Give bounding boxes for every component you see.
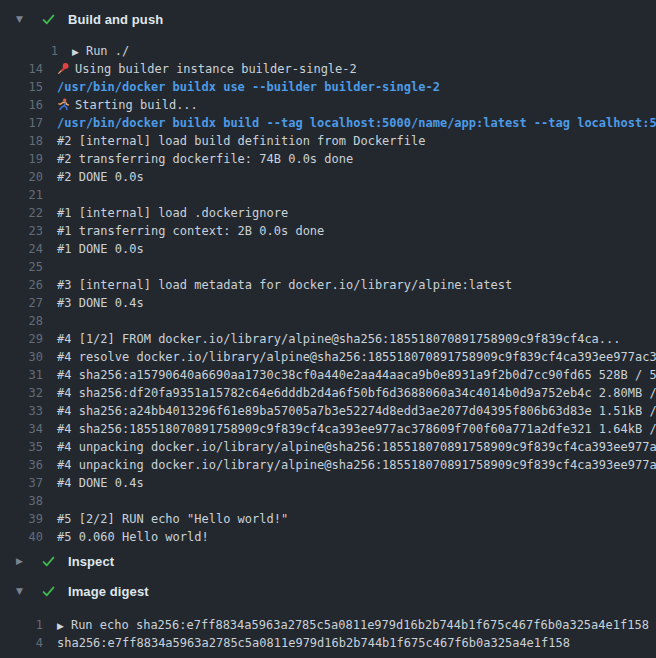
line-number[interactable]: 23 (0, 222, 57, 240)
chevron-right-icon[interactable]: ▶ (16, 556, 30, 566)
log-line: 23#1 transferring context: 2B 0.0s done (0, 222, 656, 240)
log-text: Run ./ (86, 44, 129, 58)
section-header-inspect[interactable]: ▶Inspect (0, 546, 656, 576)
line-number[interactable]: 33 (0, 402, 57, 420)
log-text: Run echo sha256:e7ff8834a5963a2785c5a081… (71, 618, 649, 632)
runner-icon (57, 98, 70, 111)
line-number[interactable]: 36 (0, 456, 57, 474)
log-line: 1▶Run ./ (0, 42, 656, 60)
log-text: #3 DONE 0.4s (57, 296, 144, 310)
log-text: /usr/bin/docker buildx build --tag local… (57, 116, 656, 130)
check-icon (41, 12, 56, 27)
log-line: 21 (0, 186, 656, 204)
log-text: #4 sha256:a24bb4013296f61e89ba57005a7b3e… (57, 404, 656, 418)
line-number[interactable]: 1 (15, 42, 72, 60)
log-line: 27#3 DONE 0.4s (0, 294, 656, 312)
log-text: #4 unpacking docker.io/library/alpine@sh… (57, 458, 656, 472)
log-line: 40#5 0.060 Hello world! (0, 528, 656, 546)
log-line: 33#4 sha256:a24bb4013296f61e89ba57005a7b… (0, 402, 656, 420)
log-text: #5 [2/2] RUN echo "Hello world!" (57, 512, 288, 526)
section-body-build-and-push: 1▶Run ./14Using builder instance builder… (0, 34, 656, 546)
chevron-down-icon[interactable]: ▼ (16, 14, 30, 24)
log-text: Starting build... (75, 98, 198, 112)
section-title: Image digest (68, 584, 149, 599)
log-text: #1 DONE 0.0s (57, 242, 144, 256)
log-line: 22#1 [internal] load .dockerignore (0, 204, 656, 222)
log-text: /usr/bin/docker buildx use --builder bui… (57, 80, 440, 94)
log-line: 20#2 DONE 0.0s (0, 168, 656, 186)
log-line: 35#4 unpacking docker.io/library/alpine@… (0, 438, 656, 456)
line-number[interactable]: 18 (0, 132, 57, 150)
line-number[interactable]: 20 (0, 168, 57, 186)
line-number[interactable]: 25 (0, 258, 57, 276)
play-toggle-icon[interactable]: ▶ (57, 617, 64, 634)
line-number[interactable]: 32 (0, 384, 57, 402)
log-line: 17/usr/bin/docker buildx build --tag loc… (0, 114, 656, 132)
line-number[interactable]: 27 (0, 294, 57, 312)
log-text: #5 0.060 Hello world! (57, 530, 209, 544)
log-text: #4 unpacking docker.io/library/alpine@sh… (57, 440, 656, 454)
line-number[interactable]: 16 (0, 96, 57, 114)
line-number[interactable]: 37 (0, 474, 57, 492)
log-line: 24#1 DONE 0.0s (0, 240, 656, 258)
line-number[interactable]: 28 (0, 312, 57, 330)
log-line: 34#4 sha256:185518070891758909c9f839cf4c… (0, 420, 656, 438)
line-number[interactable]: 21 (0, 186, 57, 204)
section-title: Build and push (68, 12, 163, 27)
play-toggle-icon[interactable]: ▶ (72, 43, 79, 60)
log-text: #4 DONE 0.4s (57, 476, 144, 490)
log-line: 26#3 [internal] load metadata for docker… (0, 276, 656, 294)
log-line: 29#4 [1/2] FROM docker.io/library/alpine… (0, 330, 656, 348)
step-status-success (41, 12, 56, 27)
pushpin-icon (57, 62, 70, 75)
log-section-build-and-push: ▼Build and push1▶Run ./14Using builder i… (0, 4, 656, 546)
line-number[interactable]: 31 (0, 366, 57, 384)
line-number[interactable]: 14 (0, 60, 57, 78)
section-header-build-and-push[interactable]: ▼Build and push (0, 4, 656, 34)
log-text: #3 [internal] load metadata for docker.i… (57, 278, 512, 292)
log-line: 37#4 DONE 0.4s (0, 474, 656, 492)
chevron-down-icon[interactable]: ▼ (16, 586, 30, 596)
log-line: 4sha256:e7ff8834a5963a2785c5a0811e979d16… (0, 634, 656, 652)
line-number[interactable]: 4 (0, 634, 57, 652)
line-number[interactable]: 40 (0, 528, 57, 546)
log-text: #2 DONE 0.0s (57, 170, 144, 184)
log-section-inspect: ▶Inspect (0, 546, 656, 576)
log-line: 39#5 [2/2] RUN echo "Hello world!" (0, 510, 656, 528)
log-line: 36#4 unpacking docker.io/library/alpine@… (0, 456, 656, 474)
step-status-success (41, 584, 56, 599)
line-number[interactable]: 38 (0, 492, 57, 510)
log-text: sha256:e7ff8834a5963a2785c5a0811e979d16b… (57, 636, 570, 650)
section-header-image-digest[interactable]: ▼Image digest (0, 576, 656, 606)
log-line: 28 (0, 312, 656, 330)
line-number[interactable]: 22 (0, 204, 57, 222)
step-status-success (41, 554, 56, 569)
log-text: #2 [internal] load build definition from… (57, 134, 425, 148)
log-text: #2 transferring dockerfile: 74B 0.0s don… (57, 152, 353, 166)
workflow-log-viewer: ▼Build and push1▶Run ./14Using builder i… (0, 0, 656, 658)
log-section-image-digest: ▼Image digest1▶Run echo sha256:e7ff8834a… (0, 576, 656, 652)
log-line: 18#2 [internal] load build definition fr… (0, 132, 656, 150)
log-text: #1 transferring context: 2B 0.0s done (57, 224, 324, 238)
log-line: 32#4 sha256:df20fa9351a15782c64e6dddb2d4… (0, 384, 656, 402)
log-line: 38 (0, 492, 656, 510)
line-number[interactable]: 39 (0, 510, 57, 528)
log-line: 16Starting build... (0, 96, 656, 114)
log-text: #4 resolve docker.io/library/alpine@sha2… (57, 350, 656, 364)
line-number[interactable]: 17 (0, 114, 57, 132)
check-icon (41, 584, 56, 599)
line-number[interactable]: 15 (0, 78, 57, 96)
line-number[interactable]: 19 (0, 150, 57, 168)
line-number[interactable]: 35 (0, 438, 57, 456)
line-number[interactable]: 29 (0, 330, 57, 348)
log-line: 15/usr/bin/docker buildx use --builder b… (0, 78, 656, 96)
log-line: 1▶Run echo sha256:e7ff8834a5963a2785c5a0… (0, 616, 656, 634)
log-line: 19#2 transferring dockerfile: 74B 0.0s d… (0, 150, 656, 168)
line-number[interactable]: 24 (0, 240, 57, 258)
log-text: #4 sha256:a15790640a6690aa1730c38cf0a440… (57, 368, 656, 382)
line-number[interactable]: 1 (0, 616, 57, 634)
log-line: 30#4 resolve docker.io/library/alpine@sh… (0, 348, 656, 366)
line-number[interactable]: 34 (0, 420, 57, 438)
line-number[interactable]: 30 (0, 348, 57, 366)
line-number[interactable]: 26 (0, 276, 57, 294)
